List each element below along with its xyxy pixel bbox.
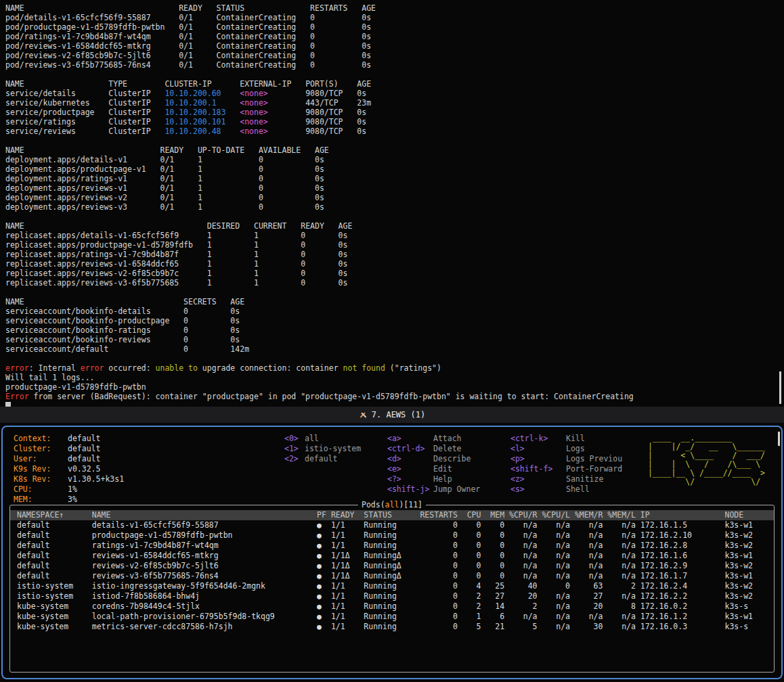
status-bar: 7. AEWS (1): [0, 407, 784, 423]
pod-row[interactable]: istio-system istio-ingressgateway-5f9f65…: [10, 581, 774, 591]
table-header-row: NAME DESIRED CURRENT READY AGE: [5, 221, 777, 231]
info-label: CPU:: [14, 484, 68, 495]
menu-hotkeys-right: <ctrl-k>Kill<l>Logs<p>Logs Previou<shift…: [510, 434, 622, 495]
cluster-info-row: K8s Rev:v1.30.5+k3s1: [14, 474, 124, 484]
table-row: pod/reviews-v2-6f85cb9b7c-5jlt6 0/1 Cont…: [5, 51, 777, 60]
table-row: pod/reviews-v3-6f5b775685-76ns4 0/1 Cont…: [5, 60, 777, 70]
namespace-hotkey[interactable]: <0>all: [284, 434, 361, 444]
k9s-pods-table: NAMESPACE↑ NAME PF READY STATUS RESTARTS…: [10, 510, 774, 632]
cluster-info-row: K9s Rev:v0.32.5: [14, 464, 124, 474]
hotkey-key: <shift-j>: [387, 484, 433, 495]
table-row: replicaset.apps/reviews-v3-6f5b775685 1 …: [5, 278, 777, 288]
hotkey-label: Logs: [566, 444, 585, 453]
pod-row[interactable]: kube-system metrics-server-cdcc87586-h7s…: [10, 622, 774, 632]
pod-row[interactable]: default details-v1-65cfcf56f9-55887 ● 1/…: [10, 520, 774, 530]
hotkey-key: <s>: [510, 484, 566, 495]
menu-hotkey[interactable]: <ctrl-k>Kill: [510, 434, 622, 444]
info-label: Cluster:: [14, 444, 68, 454]
pod-row[interactable]: default reviews-v2-6f85cb9b7c-5jlt6 ● 1/…: [10, 561, 774, 571]
table-row: pod/productpage-v1-d5789fdfb-pwtbn 0/1 C…: [5, 22, 777, 32]
wrench-icon: [359, 411, 368, 419]
menu-hotkey[interactable]: <d>Describe: [387, 454, 480, 464]
info-value: default: [68, 454, 100, 463]
hotkey-label: default: [305, 454, 337, 463]
cluster-info-row: CPU:1%: [14, 484, 124, 495]
table-row: serviceaccount/bookinfo-details 0 0s: [5, 306, 777, 316]
cluster-info-row: Cluster:default: [14, 444, 124, 454]
pod-row[interactable]: default productpage-v1-d5789fdfb-pwtbn ●…: [10, 530, 774, 541]
hotkey-key: <1>: [284, 444, 305, 454]
terminal-cursor: [5, 402, 11, 407]
hotkey-key: <?>: [387, 474, 433, 484]
pod-row[interactable]: default reviews-v3-6f5b775685-76ns4 ● 1/…: [10, 571, 774, 581]
hotkey-key: <a>: [387, 434, 433, 444]
namespace-hotkey[interactable]: <1>istio-system: [284, 444, 361, 454]
namespace-hotkey[interactable]: <2>default: [284, 454, 361, 464]
cluster-info-row: User:default: [14, 454, 124, 464]
table-header-row: NAME READY STATUS RESTARTS AGE: [5, 3, 777, 13]
namespace-hotkeys: <0>all<1>istio-system<2>default: [284, 434, 361, 464]
hotkey-label: Logs Previou: [566, 454, 622, 463]
terminal-line: Will tail 1 logs...: [5, 373, 777, 382]
hotkey-label: Delete: [433, 444, 462, 453]
tmux-window-tab[interactable]: 7. AEWS (1): [353, 409, 431, 421]
pod-row[interactable]: kube-system local-path-provisioner-6795b…: [10, 612, 774, 622]
window-tab-label: 7. AEWS (1): [372, 410, 425, 419]
table-row: service/ratings ClusterIP 10.10.200.101 …: [5, 117, 777, 127]
info-value: default: [68, 434, 100, 443]
table-row: deployment.apps/ratings-v1 0/1 1 0 0s: [5, 174, 777, 183]
hotkey-label: Help: [433, 474, 452, 484]
pods-table-header: NAMESPACE↑ NAME PF READY STATUS RESTARTS…: [10, 510, 774, 520]
hotkey-key: <shift-f>: [510, 464, 566, 474]
info-value: v1.30.5+k3s1: [68, 474, 124, 484]
hotkey-label: all: [305, 434, 319, 443]
terminal-messages: error: Internal error occurred: unable t…: [5, 363, 777, 401]
kubectl-pods-table: NAME READY STATUS RESTARTS AGE pod/detai…: [5, 3, 777, 70]
menu-hotkey[interactable]: <e>Edit: [387, 464, 480, 474]
table-row: deployment.apps/details-v1 0/1 1 0 0s: [5, 155, 777, 164]
menu-hotkey[interactable]: <z>Sanitize: [510, 474, 622, 484]
hotkey-key: <e>: [387, 464, 433, 474]
menu-hotkey[interactable]: <s>Shell: [510, 484, 622, 495]
table-row: replicaset.apps/details-v1-65cfcf56f9 1 …: [5, 231, 777, 240]
table-row: service/kubernetes ClusterIP 10.10.200.1…: [5, 98, 777, 108]
menu-hotkey[interactable]: <p>Logs Previou: [510, 454, 622, 464]
info-value: default: [68, 444, 100, 453]
pod-row[interactable]: default reviews-v1-6584ddcf65-mtkrg ● 1/…: [10, 551, 774, 561]
menu-hotkey[interactable]: <shift-f>Port-Forward: [510, 464, 622, 474]
terminal-line: error: Internal error occurred: unable t…: [5, 363, 777, 373]
menu-hotkey[interactable]: <ctrl-d>Delete: [387, 444, 480, 454]
info-value: v0.32.5: [68, 464, 100, 474]
table-row: deployment.apps/productpage-v1 0/1 1 0 0…: [5, 164, 777, 174]
hotkey-label: Kill: [566, 434, 585, 443]
terminal-line: Error from server (BadRequest): containe…: [5, 392, 777, 401]
pod-row[interactable]: default ratings-v1-7c9bd4b87f-wt4qm ● 1/…: [10, 541, 774, 551]
terminal-line: productpage-v1-d5789fdfb-pwtbn: [5, 382, 777, 392]
pods-panel-title: Pods(all)[11]: [358, 500, 426, 509]
table-header-row: NAME READY UP-TO-DATE AVAILABLE AGE: [5, 145, 777, 155]
table-row: serviceaccount/default 0 142m: [5, 344, 777, 354]
table-row: service/productpage ClusterIP 10.10.200.…: [5, 108, 777, 117]
table-row: serviceaccount/bookinfo-ratings 0 0s: [5, 325, 777, 335]
table-header-row: NAME SECRETS AGE: [5, 297, 777, 306]
table-row: pod/reviews-v1-6584ddcf65-mtkrg 0/1 Cont…: [5, 41, 777, 51]
terminal-scrollbar-thumb[interactable]: [779, 371, 781, 404]
menu-hotkey[interactable]: <shift-j>Jump Owner: [387, 484, 480, 495]
pod-row[interactable]: istio-system istiod-7f8b586864-bhw4j ● 1…: [10, 591, 774, 601]
terminal-output: NAME READY STATUS RESTARTS AGE pod/detai…: [0, 0, 784, 407]
table-row: pod/details-v1-65cfcf56f9-55887 0/1 Cont…: [5, 13, 777, 22]
menu-hotkey[interactable]: <l>Logs: [510, 444, 622, 454]
table-row: replicaset.apps/ratings-v1-7c9bd4b87f 1 …: [5, 250, 777, 259]
table-row: serviceaccount/bookinfo-reviews 0 0s: [5, 335, 777, 344]
hotkey-key: <l>: [510, 444, 566, 454]
pod-row[interactable]: kube-system coredns-7b98449c4-5tjlx ● 1/…: [10, 601, 774, 612]
table-row: serviceaccount/bookinfo-productpage 0 0s: [5, 316, 777, 325]
hotkey-key: <z>: [510, 474, 566, 484]
hotkey-key: <0>: [284, 434, 305, 444]
hotkey-label: Edit: [433, 464, 452, 474]
table-header-row: NAME TYPE CLUSTER-IP EXTERNAL-IP PORT(S)…: [5, 79, 777, 89]
kubectl-services-table: NAME TYPE CLUSTER-IP EXTERNAL-IP PORT(S)…: [5, 79, 777, 136]
menu-hotkey[interactable]: <?>Help: [387, 474, 480, 484]
menu-hotkey[interactable]: <a>Attach: [387, 434, 480, 444]
hotkey-key: <p>: [510, 454, 566, 464]
